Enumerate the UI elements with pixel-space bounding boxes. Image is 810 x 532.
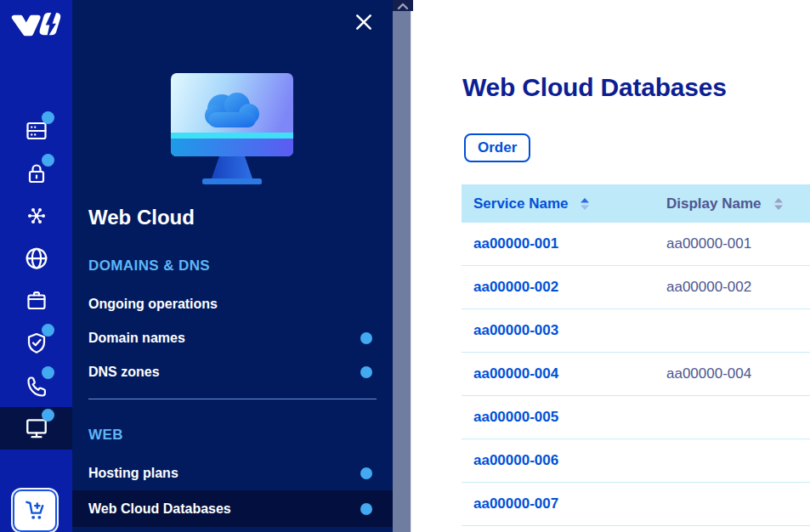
service-link[interactable]: aa00000-002 [473, 279, 558, 295]
cart-order-button[interactable] [13, 490, 57, 532]
rail-item-list [0, 110, 72, 450]
nav-rail [0, 0, 72, 532]
notification-dot [360, 332, 372, 344]
notification-dot [360, 503, 372, 515]
scroll-up-button[interactable] [393, 0, 413, 11]
cart-plus-icon [22, 498, 48, 524]
table-header-row: Service Name Display Name [462, 184, 810, 223]
flyout-item-hosting-plans[interactable]: Hosting plans [72, 456, 393, 490]
notification-dot [42, 324, 54, 337]
web-cloud-flyout: Web Cloud DOMAINS & DNS Ongoing operatio… [72, 0, 393, 532]
rail-item-domains[interactable] [0, 237, 72, 280]
flyout-scrollbar[interactable] [393, 0, 411, 532]
ovhcloud-logo[interactable] [9, 7, 62, 48]
display-name-cell: aa00000-001 [666, 235, 751, 252]
ovhcloud-logo-icon [9, 7, 62, 44]
flyout-title: Web Cloud [88, 206, 195, 229]
service-link[interactable]: aa00000-007 [473, 495, 558, 512]
notification-dot [42, 111, 54, 124]
flyout-item-label: Domain names [88, 331, 185, 345]
web-cloud-illustration [168, 73, 296, 185]
rail-item-telecom[interactable] [0, 365, 72, 407]
flyout-item-label: Web Cloud Databases [88, 501, 231, 516]
sort-arrows-icon [580, 197, 590, 211]
column-header-service-name[interactable]: Service Name [462, 195, 666, 212]
chevron-up-icon [397, 2, 409, 10]
section-label-domains-dns: DOMAINS & DNS [88, 258, 210, 274]
service-link[interactable]: aa00000-001 [473, 235, 558, 252]
close-icon [354, 13, 373, 31]
column-header-display-name[interactable]: Display Name [666, 195, 784, 212]
display-name-cell: aa00000-004 [666, 365, 751, 382]
table-row: aa00000-006 [462, 439, 810, 483]
table-row: aa00000-001 aa00000-001 [462, 223, 810, 266]
flyout-item-label: DNS zones [88, 365, 160, 379]
hub-icon [25, 204, 48, 228]
services-table: Service Name Display Name aa00000-001 [462, 184, 810, 526]
rail-item-servers[interactable] [0, 110, 72, 152]
rail-item-security[interactable] [0, 152, 72, 195]
close-flyout-button[interactable] [354, 13, 374, 33]
table-row: aa00000-002 aa00000-002 [462, 266, 810, 309]
rail-item-network[interactable] [0, 195, 72, 237]
notification-dot [42, 154, 54, 167]
flyout-item-label: Hosting plans [88, 466, 178, 480]
rail-item-shield[interactable] [0, 322, 72, 365]
table-row: aa00000-007 [462, 483, 810, 526]
service-link[interactable]: aa00000-005 [473, 409, 558, 425]
main-content: Web Cloud Databases Order Service Name D… [411, 0, 810, 532]
order-button[interactable]: Order [464, 133, 530, 162]
notification-dot [360, 366, 372, 378]
flyout-item-domain-names[interactable]: Domain names [72, 321, 393, 355]
table-row: aa00000-003 [462, 309, 810, 353]
table-row: aa00000-005 [462, 396, 810, 439]
section-divider [88, 399, 377, 399]
section-label-web: WEB [88, 427, 123, 444]
page-title: Web Cloud Databases [462, 73, 727, 102]
globe-icon [24, 246, 49, 271]
notification-dot [42, 366, 54, 379]
flyout-item-dns-zones[interactable]: DNS zones [72, 355, 393, 389]
flyout-item-web-cloud-databases[interactable]: Web Cloud Databases [72, 490, 393, 527]
rail-item-briefcase[interactable] [0, 280, 72, 322]
sort-arrows-icon [773, 197, 784, 211]
app-window: Web Cloud DOMAINS & DNS Ongoing operatio… [0, 0, 810, 532]
flyout-item-ongoing-operations[interactable]: Ongoing operations [72, 287, 393, 321]
display-name-cell: aa00000-002 [666, 279, 751, 296]
notification-dot [360, 467, 372, 479]
briefcase-icon [25, 289, 48, 313]
flyout-item-label: Ongoing operations [88, 297, 218, 311]
rail-item-web-cloud[interactable] [0, 407, 72, 450]
notification-dot [42, 409, 54, 422]
table-row: aa00000-004 aa00000-004 [462, 353, 810, 396]
service-link[interactable]: aa00000-006 [473, 452, 558, 468]
service-link[interactable]: aa00000-003 [473, 322, 558, 338]
service-link[interactable]: aa00000-004 [473, 365, 558, 382]
